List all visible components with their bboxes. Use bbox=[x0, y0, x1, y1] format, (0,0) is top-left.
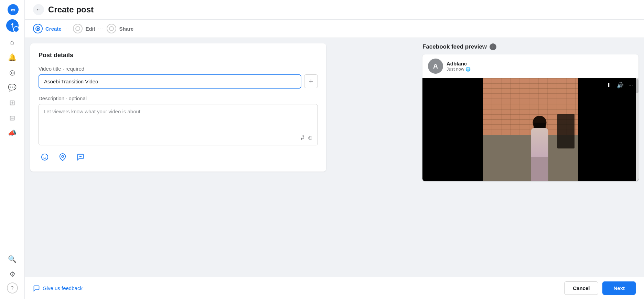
back-button[interactable]: ← bbox=[33, 4, 44, 15]
person-silhouette bbox=[528, 116, 551, 181]
scrollbar-thumb[interactable] bbox=[636, 79, 638, 93]
step-dots-1: ··· bbox=[64, 26, 71, 31]
svg-point-2 bbox=[37, 28, 39, 30]
preview-card-header: A Adblanc Just now 🌐 bbox=[422, 54, 638, 78]
step-label-create: Create bbox=[45, 26, 62, 32]
preview-title: Facebook feed preview bbox=[422, 43, 487, 50]
svg-point-4 bbox=[109, 27, 114, 31]
feedback-button[interactable]: Give us feedback bbox=[33, 285, 83, 292]
settings-icon[interactable]: ⚙ bbox=[6, 267, 19, 281]
more-icon[interactable]: ··· bbox=[629, 82, 633, 89]
stepper: Create ··· Edit ··· Share bbox=[25, 20, 644, 38]
messenger-icon[interactable] bbox=[74, 151, 87, 163]
search-icon[interactable]: 🔍 bbox=[6, 252, 19, 266]
globe-icon: 🌐 bbox=[465, 67, 471, 72]
video-preview: ⏸ 🔊 ··· bbox=[422, 78, 638, 181]
svg-point-8 bbox=[62, 155, 64, 157]
preview-avatar: A bbox=[428, 59, 443, 74]
step-circle-create bbox=[33, 24, 43, 33]
volume-icon[interactable]: 🔊 bbox=[617, 82, 624, 89]
video-center bbox=[483, 78, 578, 181]
pause-icon[interactable]: ⏸ bbox=[607, 82, 612, 89]
main-content: ← Create post Create ··· Edit ··· bbox=[25, 0, 644, 299]
meta-logo[interactable]: ∞ bbox=[6, 3, 19, 15]
footer-actions: Cancel Next bbox=[564, 281, 636, 295]
card-title: Post details bbox=[39, 52, 318, 59]
description-icons: # ☺ bbox=[301, 134, 313, 142]
add-button[interactable]: + bbox=[304, 74, 318, 88]
cancel-button[interactable]: Cancel bbox=[564, 281, 598, 295]
preview-header: Facebook feed preview i bbox=[422, 43, 638, 50]
preview-post-time: Just now 🌐 bbox=[447, 66, 471, 72]
preview-panel: Facebook feed preview i A Adblanc Just n… bbox=[417, 38, 644, 277]
body-area: Post details Video title · required + De… bbox=[25, 38, 644, 277]
preview-card: A Adblanc Just now 🌐 bbox=[422, 54, 638, 181]
footer: Give us feedback Cancel Next bbox=[25, 277, 644, 299]
chat-icon[interactable]: 💬 bbox=[6, 81, 19, 94]
megaphone-icon[interactable]: 📣 bbox=[6, 126, 19, 140]
description-placeholder: Let viewers know what your video is abou… bbox=[44, 109, 313, 114]
page-header: ← Create post bbox=[25, 0, 644, 20]
description-area[interactable]: Let viewers know what your video is abou… bbox=[39, 104, 318, 145]
video-title-label: Video title · required bbox=[39, 66, 318, 72]
step-share[interactable]: Share bbox=[107, 24, 133, 33]
preview-user-name: Adblanc bbox=[447, 61, 471, 66]
post-actions-row bbox=[39, 150, 318, 163]
bell-icon[interactable]: 🔔 bbox=[6, 50, 19, 64]
step-label-share: Share bbox=[119, 26, 133, 32]
post-details-card: Post details Video title · required + De… bbox=[30, 43, 326, 172]
emoji-reaction-icon[interactable] bbox=[39, 151, 51, 163]
video-left-black bbox=[422, 78, 483, 181]
gate bbox=[557, 114, 575, 148]
help-icon[interactable]: ? bbox=[7, 282, 18, 293]
step-circle-share bbox=[107, 24, 116, 33]
description-label: Description · optional bbox=[39, 95, 318, 101]
video-controls: ⏸ 🔊 ··· bbox=[607, 82, 633, 89]
hashtag-icon[interactable]: # bbox=[301, 134, 304, 142]
svg-point-5 bbox=[42, 154, 48, 160]
video-title-input[interactable] bbox=[39, 74, 301, 89]
step-edit[interactable]: Edit bbox=[73, 24, 95, 33]
table-icon[interactable]: ⊟ bbox=[6, 111, 19, 125]
emoji-icon[interactable]: ☺ bbox=[307, 134, 313, 142]
step-circle-edit bbox=[73, 24, 83, 33]
grid-icon[interactable]: ⊞ bbox=[6, 96, 19, 110]
home-icon[interactable]: ⌂ bbox=[6, 35, 19, 49]
location-icon[interactable] bbox=[56, 151, 69, 163]
next-button[interactable]: Next bbox=[602, 281, 636, 295]
feedback-label: Give us feedback bbox=[43, 285, 83, 291]
post-details-panel: Post details Video title · required + De… bbox=[25, 38, 417, 277]
page-title: Create post bbox=[48, 5, 94, 14]
step-label-edit: Edit bbox=[85, 26, 95, 32]
feedback-icon bbox=[33, 285, 40, 292]
preview-user-info: Adblanc Just now 🌐 bbox=[447, 61, 471, 72]
user-avatar[interactable]: f bbox=[6, 19, 19, 32]
compass-icon[interactable]: ◎ bbox=[6, 65, 19, 79]
svg-point-3 bbox=[76, 27, 80, 31]
step-create[interactable]: Create bbox=[33, 24, 62, 33]
info-icon[interactable]: i bbox=[490, 43, 496, 50]
title-input-row: + bbox=[39, 74, 318, 89]
step-dots-2: ··· bbox=[98, 26, 104, 31]
svg-text:∞: ∞ bbox=[11, 7, 15, 13]
video-right-black bbox=[578, 78, 638, 181]
sidebar: ∞ f ⌂ 🔔 ◎ 💬 ⊞ ⊟ 📣 🔍 ⚙ ? bbox=[0, 0, 25, 299]
scrollbar-track bbox=[636, 78, 638, 181]
